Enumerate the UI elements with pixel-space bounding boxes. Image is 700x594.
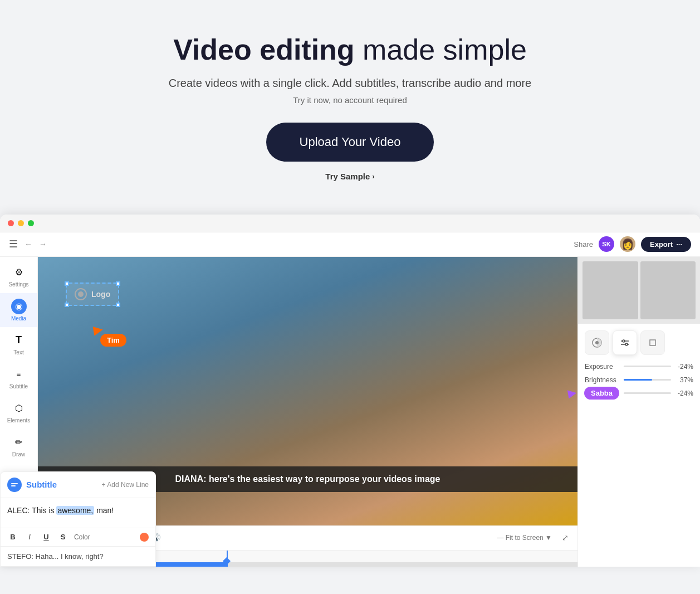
share-label: Share xyxy=(574,240,593,249)
brightness-label: Brightness xyxy=(585,376,620,384)
thumbnail-area xyxy=(578,257,700,324)
corner-handle-br xyxy=(116,303,120,307)
svg-point-5 xyxy=(625,343,628,345)
try-sample-button[interactable]: Try Sample › xyxy=(11,172,689,181)
strikethrough-button[interactable]: S xyxy=(57,533,68,541)
brightness-fill xyxy=(624,379,652,381)
svg-point-4 xyxy=(623,340,625,342)
toolbar-left: ☰ ← → xyxy=(9,238,47,250)
thumbnail-1 xyxy=(582,261,638,319)
draw-icon: ✏ xyxy=(11,435,27,450)
window-titlebar xyxy=(0,215,700,232)
media-icon: ◉ xyxy=(11,299,27,314)
sidebar-item-subtitle[interactable]: ≡ Subtitle xyxy=(0,361,37,395)
sabba-label: Sabba xyxy=(584,387,619,400)
minimize-dot[interactable] xyxy=(18,220,24,226)
settings-icon: ⚙ xyxy=(11,265,27,280)
underline-button[interactable]: U xyxy=(41,533,52,541)
corner-handle-tl xyxy=(65,281,69,286)
subtitle-icon: ≡ xyxy=(11,367,27,382)
italic-button[interactable]: I xyxy=(24,533,35,541)
exposure-row: Exposure -24% xyxy=(585,363,693,371)
tab-adjustments[interactable] xyxy=(613,330,637,355)
subtitle-panel-title: Subtitle xyxy=(26,480,57,489)
subtitle-line1-post: man! xyxy=(94,506,114,515)
subtitle-panel-icon xyxy=(7,478,22,492)
brightness-row: Brightness 37% xyxy=(585,376,693,384)
subtitle-header-left: Subtitle xyxy=(7,478,57,492)
svg-rect-7 xyxy=(11,483,18,484)
hamburger-icon[interactable]: ☰ xyxy=(9,238,18,250)
sidebar-label-draw: Draw xyxy=(12,451,25,457)
sidebar-item-media[interactable]: ◉ Media xyxy=(0,293,37,327)
adjustment-tabs xyxy=(585,330,693,355)
color-picker[interactable] xyxy=(140,533,149,542)
exposure-value: -24% xyxy=(674,363,693,371)
corner-handle-bl xyxy=(65,303,69,307)
try-sample-label: Try Sample xyxy=(325,172,370,181)
svg-point-1 xyxy=(595,341,599,344)
text-icon: T xyxy=(11,333,27,348)
sidebar-item-settings[interactable]: ⚙ Settings xyxy=(0,259,37,293)
hero-title: Video editing made simple xyxy=(11,33,689,67)
maximize-dot[interactable] xyxy=(28,220,34,226)
sidebar-item-elements[interactable]: ⬡ Elements xyxy=(0,395,37,429)
forward-arrow-icon[interactable]: → xyxy=(39,240,47,249)
tab-crop[interactable] xyxy=(640,330,665,355)
app-toolbar: ☰ ← → Share SK 👩 Export ··· xyxy=(0,232,700,257)
logo-text: Logo xyxy=(91,290,110,299)
hero-title-bold: Video editing xyxy=(173,33,355,66)
subtitle-line-2: STEFO: Haha... I know, right? xyxy=(1,546,155,566)
right-panel: Exposure -24% Brightness 37% Contr xyxy=(577,257,700,567)
svg-rect-6 xyxy=(650,340,655,345)
logo-inner-circle xyxy=(78,291,84,297)
hero-section: Video editing made simple Create videos … xyxy=(0,0,700,215)
color-label: Color xyxy=(74,533,90,541)
sidebar-label-elements: Elements xyxy=(7,417,31,423)
hero-note: Try it now, no account required xyxy=(11,95,689,105)
cursor-arrow-icon: ▶ xyxy=(92,323,104,337)
sidebar-item-text[interactable]: T Text xyxy=(0,327,37,361)
export-dots-icon: ··· xyxy=(676,240,682,249)
sabba-arrow-icon: ▶ xyxy=(567,386,577,400)
tab-color-grading[interactable] xyxy=(585,330,609,355)
subtitle-header: Subtitle + Add New Line xyxy=(1,472,155,498)
logo-circle-icon xyxy=(75,288,87,300)
hero-title-light: made simple xyxy=(355,33,527,66)
bold-button[interactable]: B xyxy=(7,533,18,541)
add-new-line-button[interactable]: + Add New Line xyxy=(102,481,149,489)
contrast-value: -24% xyxy=(674,389,693,397)
subtitle-toolbar: B I U S Color xyxy=(1,528,155,546)
chevron-right-icon: › xyxy=(372,172,374,181)
expand-icon[interactable]: ⤢ xyxy=(562,533,569,542)
sidebar-label-text: Text xyxy=(13,349,23,356)
brightness-value: 37% xyxy=(674,376,693,384)
svg-rect-8 xyxy=(11,485,16,486)
close-dot[interactable] xyxy=(8,220,14,226)
subtitle-panel: Subtitle + Add New Line ALEC: This is aw… xyxy=(0,471,156,567)
user-avatar-initials: SK xyxy=(599,236,614,252)
sidebar-label-subtitle: Subtitle xyxy=(9,383,28,389)
export-button[interactable]: Export ··· xyxy=(641,237,691,252)
subtitle-text-area: ALEC: This is awesome, man! xyxy=(1,498,155,528)
toolbar-right: Share SK 👩 Export ··· xyxy=(574,236,691,252)
subtitle-line1-pre: ALEC: This is xyxy=(7,506,56,515)
logo-overlay[interactable]: Logo xyxy=(66,283,119,306)
sidebar-label-media: Media xyxy=(11,315,26,322)
fit-screen-label[interactable]: — Fit to Screen ▼ xyxy=(497,534,552,542)
sidebar-label-settings: Settings xyxy=(8,281,28,288)
upload-video-button[interactable]: Upload Your Video xyxy=(266,123,434,162)
thumbnail-2 xyxy=(640,261,696,319)
sabba-cursor: ▶ Sabba xyxy=(568,386,677,400)
adjustments-panel: Exposure -24% Brightness 37% Contr xyxy=(578,324,700,567)
hero-subtitle: Create videos with a single click. Add s… xyxy=(11,77,689,90)
corner-handle-tr xyxy=(116,281,120,286)
back-arrow-icon[interactable]: ← xyxy=(25,240,32,249)
sidebar-item-draw[interactable]: ✏ Draw xyxy=(0,429,37,463)
user-avatar-photo: 👩 xyxy=(620,236,635,252)
exposure-label: Exposure xyxy=(585,363,620,371)
subtitle-line-1: ALEC: This is awesome, man! xyxy=(7,505,149,517)
tim-cursor: ▶ Tim xyxy=(94,324,126,347)
exposure-slider[interactable] xyxy=(624,366,671,367)
brightness-slider[interactable] xyxy=(624,379,671,381)
